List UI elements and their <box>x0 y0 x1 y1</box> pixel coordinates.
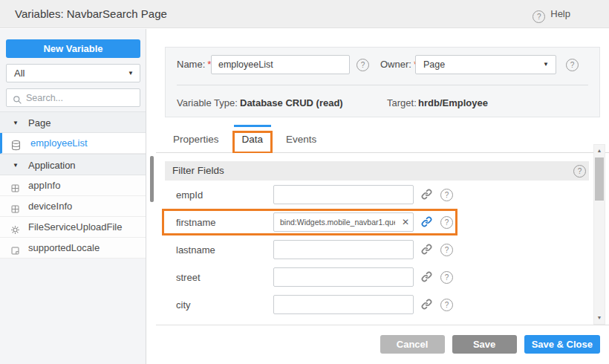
owner-value: Page <box>423 59 445 70</box>
bind-link-icon[interactable] <box>420 270 434 284</box>
content-scrollbar-thumb[interactable] <box>595 157 604 201</box>
filter-fields-help-icon[interactable]: ? <box>573 165 586 178</box>
owner-label: Owner:* <box>380 55 417 74</box>
bind-expression: bind:Widgets.mobile_navbar1.query <box>280 213 395 231</box>
filter-field-label: city <box>176 291 191 319</box>
gear-icon <box>10 221 22 233</box>
sidebar-item-label: employeeList <box>30 137 88 149</box>
street-filter-input[interactable] <box>273 267 414 287</box>
help-button[interactable]: ?Help <box>533 0 570 28</box>
sidebar-item-label: deviceInfo <box>28 201 72 212</box>
owner-select[interactable]: Page ▼ <box>415 55 556 74</box>
tab-content: Filter Fields ? empId ? firstname bind:W… <box>156 153 592 325</box>
variable-filter-value: All <box>14 68 25 79</box>
save-button[interactable]: Save <box>452 335 517 354</box>
main-panel: Name:* ? Owner:* Page ▼ ? Variable Type:… <box>156 29 609 364</box>
name-input[interactable] <box>211 55 350 74</box>
app-icon <box>10 201 22 212</box>
variable-filter-select[interactable]: All ▼ <box>6 64 140 82</box>
footer-buttons: CancelSaveSave & Close <box>373 335 600 354</box>
filter-row-empId: empId ? <box>156 181 592 209</box>
sidebar-group-label: Page <box>28 117 51 129</box>
search-placeholder: Search... <box>26 93 63 103</box>
dialog-header: Variables: NavbarSearch Page ?Help <box>0 0 609 28</box>
cancel-button[interactable]: Cancel <box>380 335 445 354</box>
caret-down-icon: ▼ <box>13 155 19 176</box>
sidebar-item-appInfo[interactable]: appInfo <box>0 175 146 196</box>
new-variable-button[interactable]: New Variable <box>6 39 140 58</box>
sidebar-group-page[interactable]: ▼ Page <box>0 111 146 133</box>
clear-icon[interactable]: ✕ <box>402 213 409 231</box>
filter-field-label: firstname <box>176 209 215 236</box>
content-scrollbar[interactable]: ▲ ▼ <box>593 144 605 325</box>
tab-bar: PropertiesDataEvents <box>156 125 609 153</box>
filter-fields-header: Filter Fields ? <box>165 161 589 181</box>
sidebar-item-FileServiceUploadFile[interactable]: FileServiceUploadFile <box>0 217 146 238</box>
chevron-down-icon: ▼ <box>543 56 549 74</box>
filter-row-city: city ? <box>156 291 592 319</box>
filter-field-label: lastname <box>176 236 215 264</box>
target-label: Target: <box>387 94 417 113</box>
chevron-down-icon: ▼ <box>128 65 134 82</box>
field-help-icon[interactable]: ? <box>440 299 453 311</box>
help-label: Help <box>550 8 570 19</box>
variable-type-label: Variable Type: <box>177 94 238 113</box>
filter-field-label: street <box>176 264 201 291</box>
variable-info-panel: Name:* ? Owner:* Page ▼ ? Variable Type:… <box>165 47 600 117</box>
filter-row-street: street ? <box>156 264 592 291</box>
variable-list: ▼ Page employeeList ▼ Application appInf… <box>0 111 146 259</box>
save-close-button[interactable]: Save & Close <box>524 335 600 354</box>
name-help-icon[interactable]: ? <box>356 59 369 71</box>
field-help-icon[interactable]: ? <box>440 189 453 201</box>
tab-data[interactable]: Data <box>234 125 272 152</box>
scroll-up-icon[interactable]: ▲ <box>594 146 605 155</box>
target-value: hrdb/Employee <box>418 94 488 113</box>
field-help-icon[interactable]: ? <box>440 271 453 284</box>
variable-type-value: Database CRUD (read) <box>240 94 343 113</box>
sidebar-item-label: supportedLocale <box>28 242 100 253</box>
app-icon <box>10 180 22 192</box>
field-help-icon[interactable]: ? <box>440 216 453 229</box>
lastname-filter-input[interactable] <box>273 240 414 259</box>
bind-link-icon[interactable] <box>420 215 434 229</box>
empId-filter-input[interactable] <box>273 185 414 204</box>
sidebar-group-application[interactable]: ▼ Application <box>0 154 146 175</box>
filter-row-lastname: lastname ? <box>156 236 592 264</box>
help-icon: ? <box>533 10 545 23</box>
city-filter-input[interactable] <box>273 295 414 314</box>
database-icon <box>10 137 22 149</box>
sidebar-item-deviceInfo[interactable]: deviceInfo <box>0 196 146 217</box>
sidebar-group-label: Application <box>28 160 76 171</box>
field-help-icon[interactable]: ? <box>440 244 453 256</box>
variables-dialog: Variables: NavbarSearch Page ?Help New V… <box>0 0 609 364</box>
filter-field-label: empId <box>176 181 203 209</box>
bind-link-icon[interactable] <box>420 243 434 256</box>
filter-fields-title: Filter Fields <box>172 165 224 176</box>
sidebar-scrollbar-thumb[interactable] <box>150 156 154 202</box>
tab-events[interactable]: Events <box>278 125 325 152</box>
sidebar-item-label: FileServiceUploadFile <box>28 221 122 233</box>
sidebar-item-label: appInfo <box>28 180 60 191</box>
sidebar-item-supportedLocale[interactable]: supportedLocale <box>0 238 146 259</box>
search-icon <box>13 93 22 110</box>
owner-help-icon[interactable]: ? <box>566 59 579 71</box>
sidebar: New Variable All ▼ Search... ▼ Page empl… <box>0 29 146 364</box>
scroll-down-icon[interactable]: ▼ <box>594 313 605 322</box>
dialog-title: Variables: NavbarSearch Page <box>15 0 167 28</box>
bind-link-icon[interactable] <box>420 298 434 311</box>
firstname-filter-input[interactable]: bind:Widgets.mobile_navbar1.query ✕ <box>273 212 414 232</box>
search-input[interactable]: Search... <box>6 88 140 107</box>
filter-row-firstname: firstname bind:Widgets.mobile_navbar1.qu… <box>156 209 592 236</box>
tab-properties[interactable]: Properties <box>165 125 227 152</box>
locale-icon <box>10 242 22 254</box>
dialog-footer: CancelSaveSave & Close <box>156 325 609 364</box>
sidebar-item-employeeList[interactable]: employeeList <box>0 133 146 154</box>
bind-link-icon[interactable] <box>420 188 434 201</box>
divider <box>177 85 588 85</box>
filter-field-rows: empId ? firstname bind:Widgets.mobile_na… <box>156 181 592 319</box>
name-label: Name:* <box>177 55 211 74</box>
caret-down-icon: ▼ <box>13 112 19 134</box>
